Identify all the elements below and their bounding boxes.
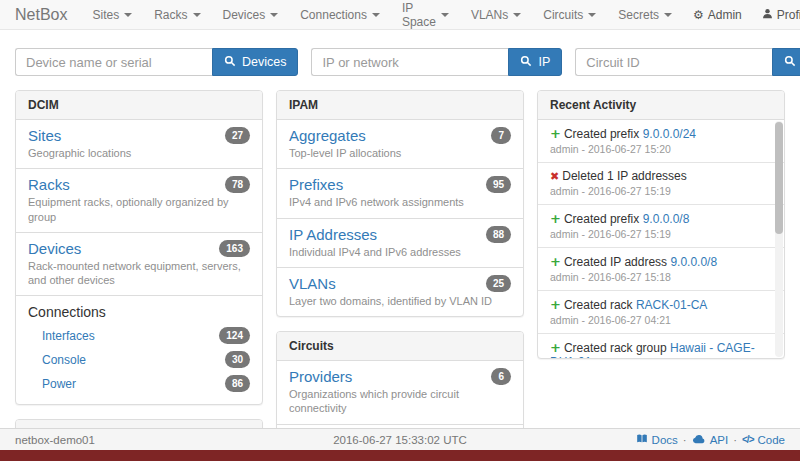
ip-addresses-count-badge: 88 bbox=[486, 226, 511, 243]
chevron-down-icon bbox=[270, 13, 278, 17]
aggregates-count-badge: 7 bbox=[491, 127, 511, 144]
delete-icon bbox=[550, 169, 559, 183]
footer-separator: · bbox=[733, 434, 737, 446]
racks-count-badge: 78 bbox=[225, 176, 250, 193]
menu-connections[interactable]: Connections bbox=[289, 0, 391, 29]
search-ip-button[interactable]: IP bbox=[508, 48, 562, 76]
activity-meta: admin - 2016-06-27 15:18 bbox=[550, 271, 762, 283]
vlans-description: Layer two domains, identified by VLAN ID bbox=[289, 294, 511, 308]
activity-meta: admin - 2016-06-27 15:20 bbox=[550, 143, 762, 155]
plus-icon bbox=[550, 212, 561, 226]
recent-activity-list: Created prefix 9.0.0.0/24 admin - 2016-0… bbox=[538, 120, 784, 358]
secrets-panel-title: Secrets bbox=[16, 420, 262, 428]
menu-ip-space[interactable]: IP Space bbox=[391, 0, 460, 29]
plus-icon bbox=[550, 341, 561, 355]
secrets-panel: Secrets Secrets0 Sensitive data (such as… bbox=[15, 419, 263, 428]
console-count-badge: 30 bbox=[225, 351, 250, 368]
search-icon bbox=[784, 55, 796, 70]
nav-profile[interactable]: Profile bbox=[752, 0, 800, 29]
dcim-panel: DCIM Sites27 Geographic locations Racks7… bbox=[15, 90, 263, 405]
power-link[interactable]: Power bbox=[42, 377, 76, 391]
connections-interfaces-row: Interfaces124 bbox=[28, 324, 250, 348]
plus-icon bbox=[550, 298, 561, 312]
search-row: Devices IP Circuits bbox=[15, 48, 785, 76]
nav-admin[interactable]: ⚙ Admin bbox=[683, 0, 752, 29]
bottom-red-banner bbox=[0, 450, 800, 461]
circuit-search-group: Circuits bbox=[575, 48, 800, 76]
activity-row: Deleted 1 IP addresses admin - 2016-06-2… bbox=[538, 163, 784, 205]
activity-object-link[interactable]: RACK-01-CA bbox=[636, 298, 707, 312]
console-link[interactable]: Console bbox=[42, 353, 86, 367]
activity-meta: admin - 2016-06-27 15:19 bbox=[550, 228, 762, 240]
prefixes-link[interactable]: Prefixes bbox=[289, 176, 343, 193]
user-menu: ⚙ Admin Profile Log out bbox=[683, 0, 800, 29]
brand-netbox[interactable]: NetBox bbox=[0, 0, 81, 29]
activity-scrollbar-track[interactable] bbox=[775, 121, 783, 357]
circuit-search-input[interactable] bbox=[575, 48, 772, 76]
activity-object-link[interactable]: 9.0.0.0/8 bbox=[670, 255, 717, 269]
book-icon bbox=[636, 433, 648, 446]
list-item-vlans: VLANs25 Layer two domains, identified by… bbox=[277, 268, 523, 316]
racks-link[interactable]: Racks bbox=[28, 176, 70, 193]
aggregates-link[interactable]: Aggregates bbox=[289, 127, 366, 144]
ip-search-input[interactable] bbox=[311, 48, 508, 76]
user-icon bbox=[762, 8, 773, 22]
docs-link[interactable]: Docs bbox=[636, 433, 678, 446]
activity-row: Created IP address 9.0.0.0/8 admin - 201… bbox=[538, 248, 784, 291]
devices-link[interactable]: Devices bbox=[28, 240, 81, 257]
menu-racks[interactable]: Racks bbox=[143, 0, 211, 29]
menu-sites[interactable]: Sites bbox=[81, 0, 143, 29]
vlans-count-badge: 25 bbox=[486, 275, 511, 292]
menu-circuits[interactable]: Circuits bbox=[532, 0, 607, 29]
activity-object-link[interactable]: 9.0.0.0/8 bbox=[643, 212, 690, 226]
search-devices-button[interactable]: Devices bbox=[212, 48, 298, 76]
menu-secrets[interactable]: Secrets bbox=[607, 0, 683, 29]
prefixes-count-badge: 95 bbox=[486, 176, 511, 193]
footer-separator: · bbox=[683, 434, 687, 446]
ipam-panel: IPAM Aggregates7 Top-level IP allocation… bbox=[276, 90, 524, 317]
footer-links: Docs · API · </> Code bbox=[636, 433, 785, 446]
device-search-group: Devices bbox=[15, 48, 298, 76]
activity-scrollbar-thumb[interactable] bbox=[775, 122, 783, 234]
column-activity: Recent Activity Created prefix 9.0.0.0/2… bbox=[537, 90, 785, 428]
list-item-connections: Connections Interfaces124 Console30 Powe… bbox=[16, 296, 262, 404]
device-search-input[interactable] bbox=[15, 48, 212, 76]
activity-object-link[interactable]: 9.0.0.0/24 bbox=[643, 127, 696, 141]
code-icon: </> bbox=[742, 434, 753, 445]
interfaces-count-badge: 124 bbox=[219, 327, 250, 344]
list-item-racks: Racks78 Equipment racks, optionally orga… bbox=[16, 169, 262, 233]
sites-link[interactable]: Sites bbox=[28, 127, 61, 144]
chevron-down-icon bbox=[193, 13, 201, 17]
top-navbar: NetBox Sites Racks Devices Connections I… bbox=[0, 0, 800, 30]
circuits-panel: Circuits Providers6 Organizations which … bbox=[276, 331, 524, 428]
devices-count-badge: 163 bbox=[219, 240, 250, 257]
list-item-providers: Providers6 Organizations which provide c… bbox=[277, 361, 523, 425]
api-link[interactable]: API bbox=[692, 434, 729, 446]
chevron-down-icon bbox=[372, 13, 380, 17]
circuits-panel-title: Circuits bbox=[277, 332, 523, 361]
devices-description: Rack-mounted network equipment, servers,… bbox=[28, 259, 250, 288]
activity-row: Created prefix 9.0.0.0/8 admin - 2016-06… bbox=[538, 205, 784, 248]
ip-addresses-link[interactable]: IP Addresses bbox=[289, 226, 377, 243]
chevron-down-icon bbox=[513, 13, 521, 17]
plus-icon bbox=[550, 255, 561, 269]
code-link[interactable]: </> Code bbox=[742, 434, 785, 446]
chevron-down-icon bbox=[588, 13, 596, 17]
providers-count-badge: 6 bbox=[491, 368, 511, 385]
providers-link[interactable]: Providers bbox=[289, 368, 352, 385]
plus-icon bbox=[550, 127, 561, 141]
connections-console-row: Console30 bbox=[28, 348, 250, 372]
menu-vlans[interactable]: VLANs bbox=[460, 0, 532, 29]
sites-description: Geographic locations bbox=[28, 146, 250, 160]
menu-devices[interactable]: Devices bbox=[212, 0, 290, 29]
activity-row: Created prefix 9.0.0.0/24 admin - 2016-0… bbox=[538, 120, 784, 163]
column-ipam: IPAM Aggregates7 Top-level IP allocation… bbox=[276, 90, 524, 428]
search-circuits-button[interactable]: Circuits bbox=[772, 48, 800, 76]
connections-power-row: Power86 bbox=[28, 372, 250, 396]
prefixes-description: IPv4 and IPv6 network assignments bbox=[289, 195, 511, 209]
aggregates-description: Top-level IP allocations bbox=[289, 146, 511, 160]
interfaces-link[interactable]: Interfaces bbox=[42, 329, 95, 343]
chevron-down-icon bbox=[441, 13, 449, 17]
vlans-link[interactable]: VLANs bbox=[289, 275, 336, 292]
gear-icon: ⚙ bbox=[693, 9, 704, 21]
